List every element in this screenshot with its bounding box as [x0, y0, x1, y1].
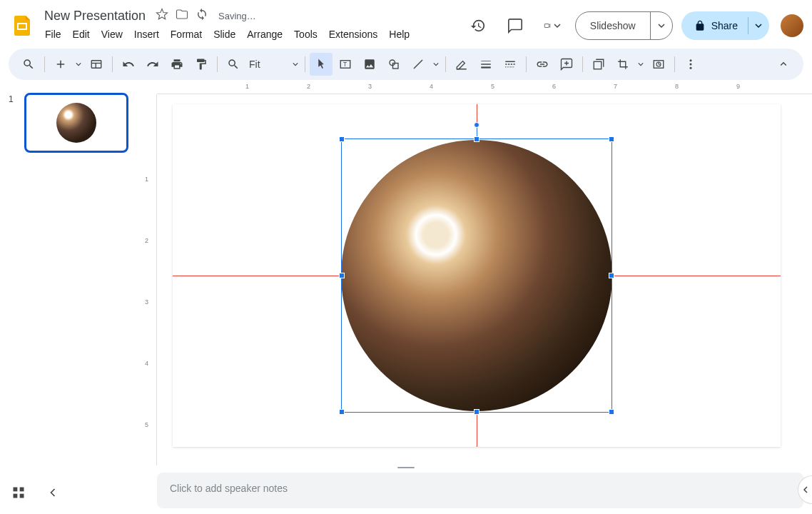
reset-image-icon[interactable] — [647, 53, 670, 76]
line-icon[interactable] — [407, 53, 430, 76]
svg-rect-25 — [14, 494, 18, 498]
paint-format-icon[interactable] — [190, 53, 213, 76]
history-icon[interactable] — [464, 11, 492, 40]
undo-icon[interactable] — [117, 53, 140, 76]
slide-number: 1 — [9, 93, 19, 153]
print-icon[interactable] — [166, 53, 188, 76]
menu-arrange[interactable]: Arrange — [242, 26, 288, 43]
menu-insert[interactable]: Insert — [129, 26, 164, 43]
ruler-tick: 4 — [430, 83, 433, 90]
ruler-tick: 2 — [145, 237, 148, 244]
ruler-tick: 1 — [145, 176, 148, 183]
share-dropdown[interactable] — [748, 11, 769, 40]
resize-handle-nw[interactable] — [339, 136, 345, 142]
resize-handle-w[interactable] — [339, 273, 345, 278]
share-label: Share — [711, 20, 738, 31]
search-tool-icon[interactable] — [17, 53, 40, 76]
ruler-tick: 6 — [552, 83, 556, 90]
resize-handle-e[interactable] — [609, 273, 614, 278]
menu-slide[interactable]: Slide — [208, 26, 240, 43]
main-area: 1 1 2 3 4 5 6 7 8 9 1 2 3 4 5 — [0, 83, 812, 465]
border-dash-icon[interactable] — [499, 53, 522, 76]
line-dropdown[interactable] — [431, 61, 441, 67]
crop-dropdown[interactable] — [636, 61, 646, 67]
slide-panel[interactable]: 1 — [0, 83, 143, 465]
new-slide-dropdown[interactable] — [73, 61, 83, 67]
shape-icon[interactable] — [382, 53, 405, 76]
svg-rect-24 — [20, 488, 24, 492]
svg-rect-17 — [594, 61, 602, 69]
share-button[interactable]: Share — [681, 11, 748, 40]
border-color-icon[interactable] — [450, 53, 473, 76]
mask-image-icon[interactable] — [587, 53, 610, 76]
grid-view-icon[interactable] — [10, 484, 27, 501]
collapse-toolbar-icon[interactable] — [772, 53, 795, 76]
cloud-status-icon[interactable] — [196, 8, 208, 24]
layout-icon[interactable] — [85, 53, 108, 76]
comments-icon[interactable] — [501, 11, 529, 40]
speaker-notes[interactable]: Click to add speaker notes — [157, 473, 803, 508]
horizontal-ruler[interactable]: 1 2 3 4 5 6 7 8 9 — [157, 83, 812, 94]
menu-help[interactable]: Help — [384, 26, 415, 43]
selection-box[interactable] — [341, 138, 612, 413]
svg-point-22 — [690, 67, 692, 69]
ruler-tick: 8 — [675, 83, 679, 90]
zoom-select[interactable]: Fit — [246, 59, 289, 70]
svg-rect-8 — [393, 64, 399, 69]
meet-icon[interactable] — [538, 11, 567, 40]
link-icon[interactable] — [531, 53, 554, 76]
menu-extensions[interactable]: Extensions — [324, 26, 382, 43]
slideshow-button[interactable]: Slideshow — [576, 12, 650, 39]
resize-handle-ne[interactable] — [609, 136, 614, 142]
redo-icon[interactable] — [141, 53, 164, 76]
comment-add-icon[interactable] — [555, 53, 578, 76]
move-icon[interactable] — [176, 8, 188, 24]
saving-status: Saving… — [218, 11, 256, 21]
image-icon[interactable] — [358, 53, 381, 76]
title-area: New Presentation Saving… File Edit View … — [40, 7, 464, 44]
textbox-icon[interactable]: T — [334, 53, 357, 76]
star-icon[interactable] — [156, 8, 168, 24]
slide-thumbnail-1[interactable]: 1 — [9, 93, 134, 153]
slides-logo[interactable] — [9, 11, 37, 40]
zoom-icon[interactable] — [222, 53, 245, 76]
account-avatar[interactable] — [781, 14, 803, 37]
vertical-ruler[interactable]: 1 2 3 4 5 — [143, 94, 157, 465]
zoom-dropdown[interactable] — [290, 61, 300, 67]
slideshow-dropdown[interactable] — [650, 12, 672, 39]
slideshow-group: Slideshow — [575, 11, 673, 40]
thumb-image — [56, 103, 96, 143]
notes-placeholder: Click to add speaker notes — [170, 483, 791, 494]
new-slide-icon[interactable] — [49, 53, 72, 76]
resize-handle-se[interactable] — [609, 409, 614, 415]
resize-handle-n[interactable] — [474, 136, 479, 142]
border-weight-icon[interactable] — [474, 53, 497, 76]
menu-edit[interactable]: Edit — [68, 26, 95, 43]
more-tools-icon[interactable] — [679, 53, 702, 76]
select-tool-icon[interactable] — [310, 53, 333, 76]
ruler-tick: 3 — [368, 83, 372, 90]
menu-tools[interactable]: Tools — [289, 26, 323, 43]
ruler-tick: 3 — [145, 298, 148, 306]
menu-file[interactable]: File — [40, 26, 66, 43]
canvas-area[interactable]: 1 2 3 4 5 6 7 8 9 1 2 3 4 5 — [143, 83, 812, 465]
menu-format[interactable]: Format — [166, 26, 207, 43]
slide-thumb-preview[interactable] — [24, 93, 128, 153]
toolbar: Fit T — [9, 49, 803, 80]
ruler-tick: 7 — [614, 83, 617, 90]
resize-handle-sw[interactable] — [339, 409, 345, 415]
svg-rect-10 — [457, 69, 467, 70]
ruler-tick: 5 — [145, 421, 148, 428]
crop-icon[interactable] — [611, 53, 634, 76]
doc-title[interactable]: New Presentation — [40, 7, 150, 25]
rotate-handle[interactable] — [474, 122, 479, 128]
resize-handle-s[interactable] — [474, 409, 479, 415]
menu-bar: File Edit View Insert Format Slide Arran… — [40, 24, 464, 44]
notes-resize-handle[interactable] — [392, 467, 420, 470]
menu-view[interactable]: View — [96, 26, 128, 43]
ruler-tick: 1 — [245, 83, 249, 90]
svg-point-7 — [390, 60, 395, 66]
collapse-panel-icon[interactable] — [44, 484, 61, 501]
header: New Presentation Saving… File Edit View … — [0, 0, 812, 46]
svg-line-9 — [414, 60, 422, 69]
